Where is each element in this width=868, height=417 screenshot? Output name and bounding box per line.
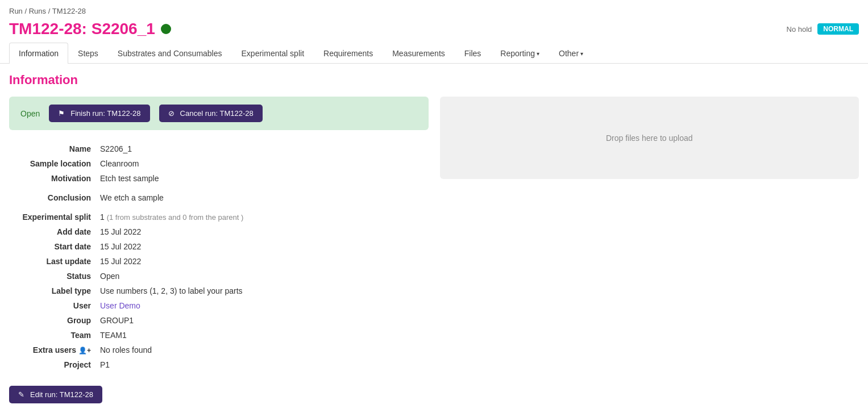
edit-run-label: Edit run: TM122-28 [30, 390, 93, 399]
name-value: S2206_1 [100, 144, 132, 153]
info-row-experimental-split: Experimental split 1 (1 from substrates … [9, 210, 429, 224]
drop-zone-text: Drop files here to upload [606, 134, 693, 143]
project-label: Project [9, 360, 100, 369]
last-update-value: 15 Jul 2022 [100, 257, 141, 266]
breadcrumb: Run / Runs / TM122-28 [0, 0, 868, 18]
conclusion-label: Conclusion [9, 193, 100, 202]
info-row-start-date: Start date 15 Jul 2022 [9, 239, 429, 254]
name-label: Name [9, 144, 100, 153]
team-label: Team [9, 331, 100, 340]
label-type-label: Label type [9, 286, 100, 295]
extra-users-value: No roles found [100, 345, 152, 355]
experimental-split-detail: (1 from substrates and 0 from the parent… [107, 213, 244, 222]
sample-location-value: Cleanroom [100, 159, 139, 168]
status-label: Status [9, 272, 100, 281]
flag-icon [58, 109, 67, 118]
status-banner: Open Finish run: TM122-28 Cancel run: TM… [9, 97, 429, 130]
chevron-down-icon: ▾ [580, 51, 583, 57]
info-row-user: User User Demo [9, 298, 429, 313]
project-value: P1 [100, 360, 110, 369]
right-column: Drop files here to upload [440, 97, 859, 403]
motivation-label: Motivation [9, 174, 100, 183]
edit-run-button[interactable]: Edit run: TM122-28 [9, 386, 102, 403]
group-label: Group [9, 316, 100, 325]
tab-information[interactable]: Information [9, 43, 68, 64]
info-row-conclusion: Conclusion We etch a sample [9, 190, 429, 205]
info-table: Name S2206_1 Sample location Cleanroom M… [9, 141, 429, 372]
title-text: TM122-28: S2206_1 [9, 20, 155, 38]
info-row-team: Team TEAM1 [9, 328, 429, 343]
left-column: Open Finish run: TM122-28 Cancel run: TM… [9, 97, 429, 403]
file-drop-zone[interactable]: Drop files here to upload [440, 97, 859, 179]
page-title: TM122-28: S2206_1 [9, 20, 171, 38]
tab-experimental-split[interactable]: Experimental split [232, 43, 314, 64]
tab-requirements[interactable]: Requirements [314, 43, 383, 64]
breadcrumb-runs[interactable]: Runs [29, 7, 46, 15]
info-row-last-update: Last update 15 Jul 2022 [9, 254, 429, 269]
user-add-icon: 👤+ [78, 347, 91, 355]
tab-reporting[interactable]: Reporting ▾ [491, 43, 549, 64]
info-row-sample-location: Sample location Cleanroom [9, 156, 429, 171]
breadcrumb-run[interactable]: Run [9, 7, 23, 15]
cancel-icon [168, 109, 177, 118]
open-status-label: Open [20, 109, 40, 118]
experimental-split-label: Experimental split [9, 212, 100, 222]
header-right: No hold NORMAL [787, 23, 859, 35]
sample-location-label: Sample location [9, 159, 100, 168]
info-row-motivation: Motivation Etch test sample [9, 171, 429, 186]
team-value: TEAM1 [100, 331, 127, 340]
breadcrumb-current: TM122-28 [52, 7, 86, 15]
finish-run-button[interactable]: Finish run: TM122-28 [49, 105, 149, 122]
chevron-down-icon: ▾ [537, 51, 539, 57]
info-row-name: Name S2206_1 [9, 141, 429, 156]
label-type-value: Use numbers (1, 2, 3) to label your part… [100, 286, 243, 295]
no-hold-label: No hold [787, 25, 812, 34]
group-value: GROUP1 [100, 316, 134, 325]
cancel-run-label: Cancel run: TM122-28 [180, 109, 254, 118]
section-title: Information [9, 73, 859, 87]
last-update-label: Last update [9, 257, 100, 266]
cancel-run-button[interactable]: Cancel run: TM122-28 [159, 105, 263, 122]
tab-other[interactable]: Other ▾ [549, 43, 593, 64]
start-date-value: 15 Jul 2022 [100, 242, 141, 251]
info-row-status: Status Open [9, 269, 429, 283]
status-indicator [161, 24, 171, 34]
tab-substrates[interactable]: Substrates and Consumables [108, 43, 232, 64]
start-date-label: Start date [9, 242, 100, 251]
info-row-label-type: Label type Use numbers (1, 2, 3) to labe… [9, 283, 429, 298]
info-row-add-date: Add date 15 Jul 2022 [9, 224, 429, 239]
finish-run-label: Finish run: TM122-28 [70, 109, 140, 118]
edit-icon [18, 390, 27, 399]
tab-measurements[interactable]: Measurements [383, 43, 455, 64]
tabs-bar: Information Steps Substrates and Consuma… [0, 43, 868, 64]
normal-badge: NORMAL [817, 23, 859, 35]
tab-files[interactable]: Files [455, 43, 491, 64]
user-value[interactable]: User Demo [100, 301, 140, 310]
user-label: User [9, 301, 100, 310]
main-content: Information Open Finish run: TM122-28 Ca… [0, 64, 868, 412]
experimental-split-value: 1 (1 from substrates and 0 from the pare… [100, 212, 243, 222]
two-column-layout: Open Finish run: TM122-28 Cancel run: TM… [9, 97, 859, 403]
conclusion-value: We etch a sample [100, 193, 164, 202]
info-row-extra-users: Extra users 👤+ No roles found [9, 343, 429, 357]
status-value: Open [100, 272, 119, 281]
extra-users-label: Extra users 👤+ [9, 345, 100, 355]
edit-btn-container: Edit run: TM122-28 [9, 386, 429, 403]
info-row-group: Group GROUP1 [9, 313, 429, 328]
page-header: TM122-28: S2206_1 No hold NORMAL [0, 18, 868, 43]
info-row-project: Project P1 [9, 357, 429, 372]
tab-steps[interactable]: Steps [68, 43, 108, 64]
add-date-label: Add date [9, 227, 100, 236]
motivation-value: Etch test sample [100, 174, 159, 183]
add-date-value: 15 Jul 2022 [100, 227, 141, 236]
